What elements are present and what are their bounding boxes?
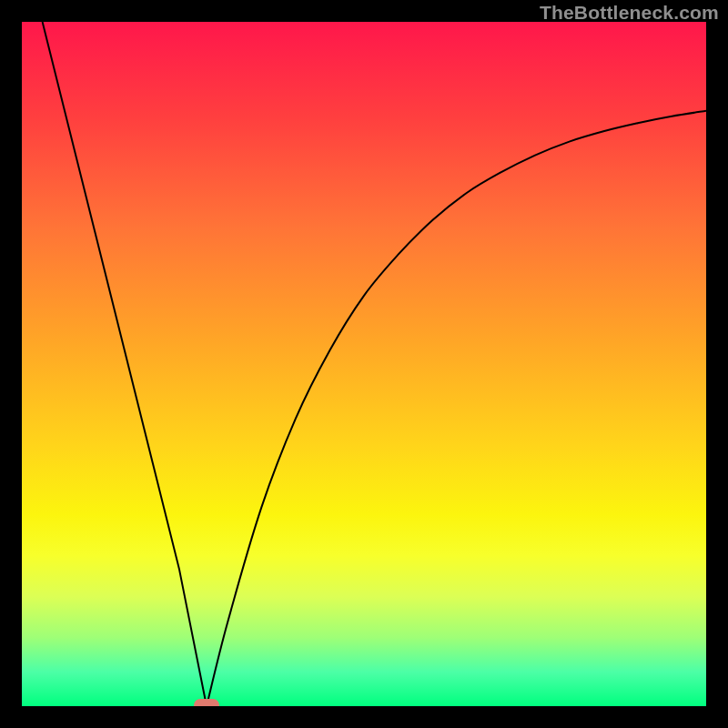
frame-border — [706, 0, 728, 728]
bottleneck-plot-container: TheBottleneck.com — [0, 0, 728, 728]
frame-border — [0, 706, 728, 728]
watermark-text: TheBottleneck.com — [540, 2, 719, 24]
plot-gradient-area — [22, 22, 706, 706]
frame-border — [0, 0, 22, 728]
